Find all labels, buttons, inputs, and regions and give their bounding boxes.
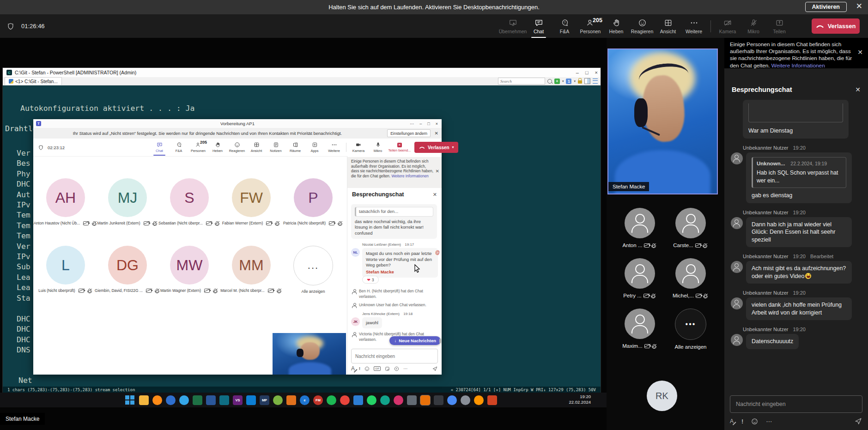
toolbar-item-fua[interactable]: ? F&A bbox=[552, 14, 577, 38]
taskbar-icon[interactable] bbox=[273, 395, 283, 405]
close-icon[interactable]: ✕ bbox=[857, 49, 863, 56]
inner-titlebar[interactable]: T Vorbereitung AP1 ⋯ – □ × bbox=[33, 119, 442, 128]
participant-tile[interactable]: AH Anton Haustov (Nicht Üb... bbox=[35, 178, 97, 225]
taskbar-icon[interactable] bbox=[420, 395, 430, 405]
taskbar-icon[interactable]: FM bbox=[313, 395, 323, 405]
inner-toolbar-chat[interactable]: Chat bbox=[150, 139, 169, 156]
quoted-message[interactable]: Unknown...22.2.2024, 19:19 Hab ich SQL S… bbox=[752, 157, 846, 188]
more-icon[interactable]: ⋯ bbox=[766, 418, 772, 425]
participant-tile[interactable]: DG Giembin, David, FISI22G ... bbox=[97, 246, 158, 294]
mention[interactable]: Stefan Macke bbox=[366, 269, 434, 275]
stream-icon[interactable] bbox=[394, 366, 399, 371]
participant-tile[interactable]: MM Marcel M. (Nicht überpr... bbox=[220, 246, 282, 294]
taskbar-clock[interactable]: 19:20 22.02.2024 bbox=[569, 394, 591, 405]
close-icon[interactable]: ✕ bbox=[433, 192, 437, 198]
tab-number-button[interactable]: 1 bbox=[566, 79, 571, 84]
gif-icon[interactable]: GIF bbox=[374, 366, 381, 371]
participant-avatar-rk[interactable]: RK bbox=[647, 381, 677, 411]
inner-toolbar-teilen-beenden[interactable]: ✕ Teilen beend... bbox=[388, 139, 412, 156]
send-icon[interactable] bbox=[854, 417, 862, 425]
taskbar-icon[interactable] bbox=[219, 395, 229, 405]
taskbar-icon[interactable] bbox=[286, 395, 296, 405]
minimize-icon[interactable]: – bbox=[419, 121, 422, 126]
activate-notifications-button[interactable]: Aktivieren bbox=[805, 2, 847, 12]
inner-toolbar-raeume[interactable]: Räume bbox=[285, 139, 305, 156]
more-icon[interactable]: ⋯ bbox=[410, 121, 414, 126]
scrollbar-thumb[interactable] bbox=[439, 339, 441, 343]
inner-toolbar-kamera[interactable]: Kamera bbox=[349, 139, 368, 156]
toolbar-item-reagieren[interactable]: Reagieren bbox=[629, 14, 655, 38]
reaction-pill[interactable]: ❤ 3 bbox=[362, 276, 379, 284]
taskbar-icon[interactable] bbox=[407, 395, 417, 405]
participant-tile[interactable]: Maxim... bbox=[614, 309, 665, 350]
console-tab[interactable]: <1> C:\Git - Stefan... bbox=[5, 77, 62, 85]
toolbar-item-personen[interactable]: 205 Personen bbox=[577, 14, 603, 38]
participant-tile[interactable]: Anton ... bbox=[614, 208, 665, 248]
participant-tile[interactable]: Petry ... bbox=[614, 258, 665, 298]
quoted-message[interactable]: tatsächlich für den... bbox=[355, 207, 433, 217]
priority-icon[interactable]: ! bbox=[741, 418, 743, 425]
toolbar-item-weitere[interactable]: Weitere bbox=[681, 14, 707, 38]
self-video-preview[interactable] bbox=[273, 333, 346, 375]
menu-icon[interactable] bbox=[593, 79, 598, 84]
taskbar-icon[interactable]: VS bbox=[233, 395, 243, 405]
format-icon[interactable]: A bbox=[351, 365, 355, 372]
message-input[interactable] bbox=[730, 395, 862, 413]
inner-toolbar-apps[interactable]: Apps bbox=[305, 139, 324, 156]
taskbar-icon[interactable] bbox=[179, 395, 189, 405]
maximize-icon[interactable]: □ bbox=[585, 70, 589, 75]
emoji-icon[interactable] bbox=[751, 418, 758, 425]
taskbar-icon[interactable] bbox=[246, 395, 256, 405]
taskbar-icon[interactable] bbox=[206, 395, 216, 405]
split-pane-icon[interactable] bbox=[584, 78, 590, 84]
taskbar-icon[interactable] bbox=[474, 395, 484, 405]
taskbar-icon[interactable] bbox=[487, 395, 497, 405]
show-all-tile[interactable]: ••• Alle anzeigen bbox=[665, 309, 716, 350]
participant-tile[interactable]: MJ Martin Junkereit (Extern) bbox=[97, 178, 158, 225]
taskbar-icon[interactable]: e bbox=[300, 395, 310, 405]
taskbar-icon[interactable] bbox=[139, 395, 149, 405]
toolbar-item-chat[interactable]: Chat bbox=[526, 14, 552, 38]
inner-toolbar-mikro[interactable]: Mikro bbox=[368, 139, 388, 156]
quoted-message[interactable] bbox=[748, 103, 843, 122]
inner-toolbar-weitere[interactable]: Weitere bbox=[324, 139, 344, 156]
inner-toolbar-personen[interactable]: 205 Personen bbox=[188, 139, 208, 156]
close-icon[interactable]: ✕ bbox=[856, 1, 862, 11]
participant-tile[interactable]: L Luis (Nicht überprüft) bbox=[35, 246, 97, 294]
inner-leave-button[interactable]: Verlassen ▾ bbox=[414, 142, 458, 153]
minimize-icon[interactable]: – bbox=[576, 70, 579, 75]
taskbar-icon[interactable] bbox=[193, 395, 202, 405]
taskbar-icon[interactable]: MP bbox=[260, 395, 269, 405]
inner-toolbar-notizen[interactable]: Notizen bbox=[266, 139, 285, 156]
taskbar-icon[interactable] bbox=[152, 395, 162, 405]
maximize-icon[interactable]: □ bbox=[427, 121, 430, 126]
taskbar-icon[interactable] bbox=[353, 395, 363, 405]
powershell-titlebar[interactable]: C C:\Git - Stefan - PowerShell [ADMINIST… bbox=[3, 68, 601, 77]
priority-icon[interactable]: ! bbox=[359, 366, 360, 371]
close-icon[interactable]: ✕ bbox=[855, 86, 861, 93]
lock-icon[interactable] bbox=[578, 80, 582, 84]
participant-tile[interactable]: MW Martin Wagner (Extern) bbox=[158, 246, 220, 294]
participant-tile[interactable]: FW Fabian Werner (Extern) bbox=[220, 178, 282, 225]
inner-toolbar-ansicht[interactable]: Ansicht bbox=[247, 139, 266, 156]
inner-toolbar-fua[interactable]: ? F&A bbox=[169, 139, 188, 156]
more-info-link[interactable]: Weitere Informationen bbox=[771, 62, 825, 69]
taskbar-icon[interactable] bbox=[327, 395, 336, 405]
taskbar-icon[interactable] bbox=[447, 395, 457, 405]
more-info-link[interactable]: Weitere Informationen bbox=[391, 174, 428, 178]
search-icon[interactable] bbox=[547, 79, 552, 84]
emoji-icon[interactable] bbox=[364, 366, 370, 371]
send-icon[interactable] bbox=[432, 366, 438, 372]
message-input[interactable] bbox=[351, 349, 438, 363]
taskbar-icon[interactable] bbox=[394, 395, 403, 405]
close-icon[interactable]: × bbox=[595, 70, 598, 75]
taskbar-icon[interactable] bbox=[461, 395, 470, 405]
close-icon[interactable]: × bbox=[436, 121, 438, 126]
add-tab-button[interactable]: + bbox=[554, 79, 560, 84]
inner-toolbar-heben[interactable]: Heben bbox=[208, 139, 227, 156]
taskbar-icon[interactable] bbox=[434, 395, 443, 405]
taskbar-icon[interactable] bbox=[166, 395, 176, 405]
toolbar-item-heben[interactable]: Heben bbox=[603, 14, 629, 38]
show-all-tile[interactable]: ... Alle anzeigen bbox=[282, 246, 344, 294]
search-input[interactable] bbox=[498, 78, 545, 85]
